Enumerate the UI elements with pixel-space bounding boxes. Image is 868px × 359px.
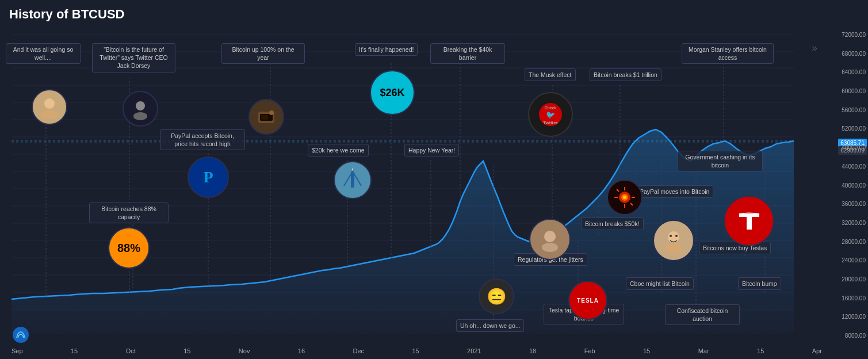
y-label-0: 72000.00 [822,32,866,38]
svg-point-73 [675,235,678,237]
x-label-15d: 15 [643,347,650,354]
x-label-nov: Nov [239,347,250,354]
annotation-18: Uh oh... down we go... [456,319,524,332]
svg-point-43 [136,101,145,110]
x-label-feb: Feb [584,347,595,354]
svg-point-59 [542,243,558,252]
y-label-9: 36000.00 [822,201,866,207]
annotation-11: Happy New Year! [404,144,459,156]
x-label-oct: Oct [126,347,136,354]
svg-point-58 [544,231,556,242]
annotation-4: It's finally happened! [355,43,418,56]
annotation-12: Government cashing in its bitcoin [678,151,763,171]
icon-26k: $26K [370,70,415,115]
chart-container: History of BTCUSD [0,0,868,359]
y-label-6: 48000.00 [822,144,866,151]
icon-88pct: 88% [108,227,150,269]
next-arrow[interactable]: » [812,42,817,54]
x-axis: Sep 15 Oct 15 Nov 16 Dec 15 2021 18 Feb … [12,347,822,354]
icon-woman [653,220,694,261]
icon-sad-emoji: 😑 [479,278,514,314]
x-label-15a: 15 [71,347,78,354]
y-label-15: 12000.00 [822,314,866,320]
icon-jack-dorsey [123,91,158,127]
y-label-16: 8000.00 [822,333,866,339]
icon-person [32,89,67,125]
annotation-confiscated: Confiscated bitcoin auction [665,304,740,325]
x-label-15b: 15 [183,347,190,354]
annotation-21: Bitcoin bump [738,277,781,290]
svg-point-47 [269,110,274,115]
x-label-dec: Dec [353,347,364,354]
x-label-2021: 2021 [467,347,481,354]
icon-paypal: P [188,156,229,198]
y-label-10: 32000.00 [822,220,866,226]
y-label-11: 28000.00 [822,239,866,245]
annotation-9: PayPal accepts Bitcoin, price hits recor… [160,129,245,150]
y-label-3: 60000.00 [822,88,866,94]
y-label-13: 20000.00 [822,276,866,282]
svg-point-71 [665,243,682,253]
x-label-sep: Sep [12,347,23,354]
x-label-15e: 15 [757,347,764,354]
annotation-8: Morgan Stanley offers bitcoin access [682,43,774,64]
x-label-18: 18 [529,347,536,354]
svg-point-72 [670,235,672,237]
annotation-16: Bitcoin breaks $50k! [581,217,644,230]
icon-yellen [529,219,571,260]
annotation-2: "Bitcoin is the future of Twitter" says … [92,43,175,72]
y-axis: 72000.00 68000.00 64000.00 60000.00 5600… [822,0,868,359]
annotation-13: PayPal moves into Bitcoin [636,185,713,198]
chart-logo [13,327,29,343]
icon-tesla-car: TESLA [568,281,607,320]
icon-tesla-t [724,196,774,246]
annotation-5: Breaking the $40k barrier [430,43,505,64]
annotation-6: The Musk effect [525,68,576,81]
y-label-12: 24000.00 [822,257,866,263]
y-label-2: 64000.00 [822,69,866,75]
icon-twitter-musk: 🐦 Twitter Check [528,92,573,137]
annotation-7: Bitcoin breaks $1 trillion [590,68,661,81]
x-label-16: 16 [298,347,305,354]
annotation-3: Bitcoin up 100% on the year [221,43,305,64]
svg-text:🐦: 🐦 [546,110,556,120]
x-label-mar: Mar [698,347,709,354]
svg-point-41 [44,98,55,109]
y-label-1: 68000.00 [822,51,866,57]
annotation-14: Bitcoin reaches 88% capacity [89,203,169,223]
x-label-apr: Apr [812,347,822,354]
y-label-5: 52000.00 [822,125,866,132]
annotation-1: And it was all going so well.... [6,43,81,64]
y-label-4: 56000.00 [822,107,866,113]
svg-point-70 [668,231,679,243]
y-label-8: 40000.00 [822,182,866,189]
annotation-20: Cboe might list Bitcoin [626,277,694,290]
x-label-15c: 15 [412,347,419,354]
svg-point-63 [623,196,626,199]
icon-tower [334,161,372,199]
svg-point-44 [133,112,147,120]
icon-spark [607,180,643,215]
y-label-7: 44000.00 [822,163,866,170]
icon-radio [248,99,284,135]
annotation-10: $20k here we come [308,144,369,156]
svg-rect-48 [261,115,268,120]
svg-text:Twitter: Twitter [543,120,558,125]
svg-text:Check: Check [544,106,556,110]
svg-point-42 [41,110,58,119]
y-label-14: 16000.00 [822,295,866,301]
